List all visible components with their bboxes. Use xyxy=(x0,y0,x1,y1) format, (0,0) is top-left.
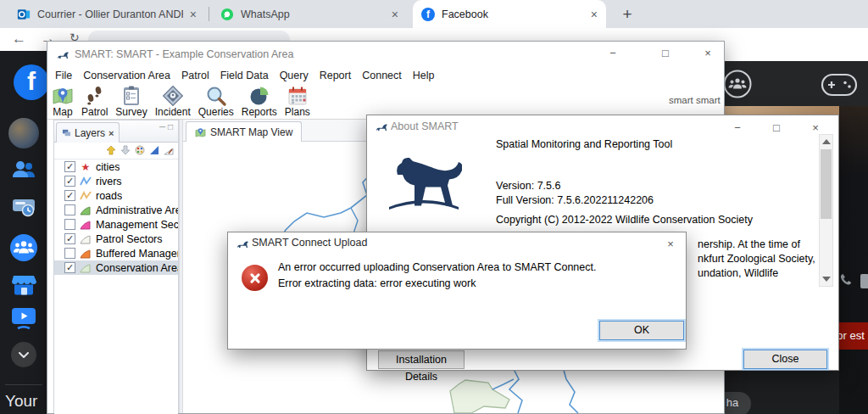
layers-panel-header: Layers × ─□ xyxy=(54,120,178,143)
tab-courrier[interactable]: Courrier - Ollier Duranton ANDRI × xyxy=(8,0,205,28)
green-polygon-swatch xyxy=(80,204,92,216)
groups-icon[interactable] xyxy=(9,233,38,266)
error-message-line-2: Error extracting data: error executing w… xyxy=(278,277,476,289)
scroll-up-icon[interactable] xyxy=(822,139,831,144)
profile-avatar[interactable] xyxy=(8,118,39,148)
layer-row-roads[interactable]: ✓ roads xyxy=(54,188,178,203)
move-up-icon[interactable] xyxy=(106,143,116,159)
tab-whatsapp[interactable]: WhatsApp × xyxy=(212,0,407,28)
menu-report[interactable]: Report xyxy=(320,70,352,81)
layer-row-conservation-area-boundary[interactable]: ✓ Conservation Area Bo xyxy=(54,260,178,275)
ok-button[interactable]: OK xyxy=(599,321,684,340)
style-palette-icon[interactable] xyxy=(135,143,145,159)
checkbox[interactable]: ✓ xyxy=(64,190,75,201)
tab-facebook[interactable]: f Facebook × xyxy=(413,0,606,28)
tab-close-icon[interactable]: × xyxy=(392,8,398,21)
layers-tab[interactable]: Layers × xyxy=(56,122,120,143)
panel-minmax-icons[interactable]: ─□ xyxy=(159,122,175,131)
checkbox[interactable]: ✓ xyxy=(64,176,75,187)
tool-patrol[interactable]: Patrol xyxy=(81,84,108,119)
see-more-chevron-button[interactable] xyxy=(11,342,36,367)
checkbox[interactable] xyxy=(64,248,75,259)
facebook-icon: f xyxy=(421,8,435,21)
tab-close-icon[interactable]: × xyxy=(190,8,197,21)
watch-icon[interactable] xyxy=(10,306,37,335)
checkbox[interactable] xyxy=(64,219,75,230)
memories-icon[interactable] xyxy=(11,197,36,221)
video-call-icon[interactable] xyxy=(860,274,868,288)
error-message-line-1: An error occurred uploading Conservation… xyxy=(278,261,596,273)
smart-titlebar[interactable]: SMART: SMART - Example Conservation Area… xyxy=(47,42,724,67)
close-icon[interactable]: × xyxy=(656,232,685,256)
people-circle-icon[interactable] xyxy=(723,70,752,102)
tool-plans[interactable]: Plans xyxy=(285,84,310,119)
menu-field-data[interactable]: Field Data xyxy=(220,70,269,81)
transparency-icon[interactable] xyxy=(149,143,159,159)
about-partial-3: undation, Wildlife xyxy=(698,267,778,279)
panther-icon xyxy=(375,120,389,136)
layer-row-management-sectors[interactable]: Management Sectors xyxy=(54,217,178,232)
marketplace-icon[interactable] xyxy=(10,271,37,301)
maximize-icon[interactable]: □ xyxy=(762,116,791,140)
tool-reports[interactable]: Reports xyxy=(242,84,277,119)
screen: Courrier - Ollier Duranton ANDRI × Whats… xyxy=(0,0,868,414)
checkbox[interactable] xyxy=(64,204,75,215)
checkbox[interactable]: ✓ xyxy=(64,262,75,273)
tool-survey[interactable]: Survey xyxy=(115,84,147,119)
edit-layer-icon[interactable] xyxy=(164,143,174,159)
scrollbar[interactable] xyxy=(819,134,833,287)
menu-patrol[interactable]: Patrol xyxy=(181,70,209,81)
tab-close-icon[interactable]: × xyxy=(591,8,598,21)
new-tab-button[interactable]: + xyxy=(616,3,638,25)
scroll-down-icon[interactable] xyxy=(822,277,831,282)
tool-incident[interactable]: Incident xyxy=(155,84,191,119)
smart-map-view-tab[interactable]: SMART Map View xyxy=(186,121,302,143)
checkbox[interactable]: ✓ xyxy=(64,233,75,244)
white-polygon-swatch xyxy=(80,233,92,245)
map-tab-label: SMART Map View xyxy=(210,126,292,138)
menu-conservation-area[interactable]: Conservation Area xyxy=(83,70,170,81)
layer-row-rivers[interactable]: ✓ rivers xyxy=(54,174,178,188)
minimize-icon[interactable]: − xyxy=(723,116,752,140)
minimize-icon[interactable]: − xyxy=(598,42,627,65)
close-icon[interactable]: × xyxy=(108,128,114,138)
menu-connect[interactable]: Connect xyxy=(362,70,402,81)
installation-details-button[interactable]: Installation Details xyxy=(378,350,465,369)
tool-queries[interactable]: Queries xyxy=(198,84,234,119)
browser-page-background xyxy=(725,51,868,61)
close-icon[interactable]: × xyxy=(693,42,722,65)
tab-title: WhatsApp xyxy=(241,8,385,20)
menu-query[interactable]: Query xyxy=(280,70,309,81)
magnifier-icon xyxy=(205,85,227,107)
checkbox[interactable]: ✓ xyxy=(64,161,75,172)
footprints-icon xyxy=(84,85,106,107)
menu-file[interactable]: File xyxy=(55,70,72,81)
dialog-title: SMART Connect Upload xyxy=(252,232,367,254)
friends-icon[interactable] xyxy=(11,159,36,182)
maximize-icon[interactable]: □ xyxy=(651,42,680,65)
layer-row-administrative-areas[interactable]: Administrative Areas xyxy=(54,203,178,217)
pale-green-polygon-swatch xyxy=(80,262,92,274)
layers-icon xyxy=(62,128,71,137)
browser-tab-strip: Courrier - Ollier Duranton ANDRI × Whats… xyxy=(0,0,868,28)
window-title: SMART: SMART - Example Conservation Area xyxy=(75,42,293,67)
close-button[interactable]: Close xyxy=(743,350,827,369)
facebook-logo-icon[interactable]: f xyxy=(14,64,47,100)
about-partial-1: nership. At the time of xyxy=(698,238,800,250)
scrollbar-thumb[interactable] xyxy=(821,149,832,219)
tool-map[interactable]: Map xyxy=(52,84,74,119)
menu-help[interactable]: Help xyxy=(413,70,435,81)
layer-row-cities[interactable]: ✓ ★ cities xyxy=(54,159,178,174)
map-icon xyxy=(52,85,74,107)
move-down-icon[interactable] xyxy=(120,143,131,159)
tab-title: Facebook xyxy=(442,8,584,20)
back-icon[interactable]: ← xyxy=(12,31,26,48)
gaming-icon[interactable] xyxy=(821,73,858,100)
call-icon[interactable] xyxy=(837,271,856,294)
calendar-icon xyxy=(287,85,309,107)
layer-row-patrol-sectors[interactable]: ✓ Patrol Sectors xyxy=(54,232,178,246)
video-column xyxy=(839,106,868,414)
layer-row-buffered-management[interactable]: Buffered Managemen xyxy=(54,246,178,260)
panther-icon xyxy=(236,238,250,253)
menu-bar: File Conservation Area Patrol Field Data… xyxy=(47,67,724,84)
